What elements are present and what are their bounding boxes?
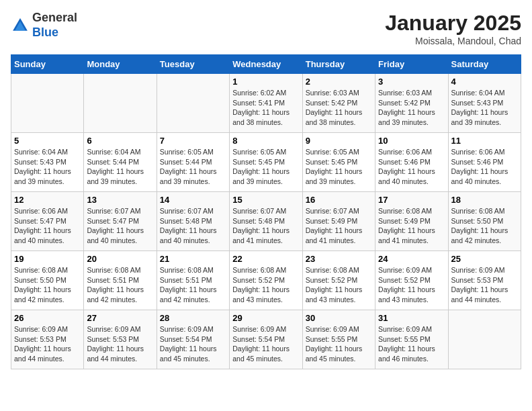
day-info: Sunrise: 6:04 AM Sunset: 5:43 PM Dayligh…: [451, 88, 518, 128]
calendar-cell: 14Sunrise: 6:07 AM Sunset: 5:48 PM Dayli…: [157, 192, 229, 251]
day-info: Sunrise: 6:09 AM Sunset: 5:54 PM Dayligh…: [160, 324, 226, 364]
calendar-cell: 22Sunrise: 6:08 AM Sunset: 5:52 PM Dayli…: [230, 251, 302, 310]
calendar-cell: 26Sunrise: 6:09 AM Sunset: 5:53 PM Dayli…: [11, 310, 84, 369]
calendar-week-row: 19Sunrise: 6:08 AM Sunset: 5:50 PM Dayli…: [11, 251, 521, 310]
calendar-cell: 10Sunrise: 6:06 AM Sunset: 5:46 PM Dayli…: [375, 133, 448, 192]
calendar-week-row: 5Sunrise: 6:04 AM Sunset: 5:43 PM Daylig…: [11, 133, 521, 192]
day-header-tuesday: Tuesday: [157, 55, 229, 74]
calendar-cell: 19Sunrise: 6:08 AM Sunset: 5:50 PM Dayli…: [11, 251, 84, 310]
day-number: 28: [160, 313, 226, 323]
day-info: Sunrise: 6:08 AM Sunset: 5:50 PM Dayligh…: [451, 206, 518, 246]
calendar-cell: 17Sunrise: 6:08 AM Sunset: 5:49 PM Dayli…: [375, 192, 448, 251]
title-block: January 2025 Moissala, Mandoul, Chad: [385, 11, 521, 46]
day-info: Sunrise: 6:06 AM Sunset: 5:47 PM Dayligh…: [14, 206, 81, 246]
calendar-cell: 6Sunrise: 6:04 AM Sunset: 5:44 PM Daylig…: [84, 133, 157, 192]
calendar-cell: 21Sunrise: 6:08 AM Sunset: 5:51 PM Dayli…: [157, 251, 229, 310]
day-number: 5: [14, 136, 81, 146]
calendar-cell: 23Sunrise: 6:08 AM Sunset: 5:52 PM Dayli…: [302, 251, 375, 310]
calendar-cell: 18Sunrise: 6:08 AM Sunset: 5:50 PM Dayli…: [448, 192, 521, 251]
day-number: 10: [378, 136, 445, 146]
day-number: 26: [14, 313, 81, 323]
day-info: Sunrise: 6:03 AM Sunset: 5:42 PM Dayligh…: [378, 88, 445, 128]
calendar-cell: 7Sunrise: 6:05 AM Sunset: 5:44 PM Daylig…: [157, 133, 229, 192]
calendar-cell: 4Sunrise: 6:04 AM Sunset: 5:43 PM Daylig…: [448, 74, 521, 133]
day-header-saturday: Saturday: [448, 55, 521, 74]
calendar-week-row: 12Sunrise: 6:06 AM Sunset: 5:47 PM Dayli…: [11, 192, 521, 251]
day-number: 11: [451, 136, 518, 146]
day-number: 9: [306, 136, 372, 146]
day-info: Sunrise: 6:05 AM Sunset: 5:45 PM Dayligh…: [232, 147, 299, 187]
calendar-cell: 1Sunrise: 6:02 AM Sunset: 5:41 PM Daylig…: [230, 74, 302, 133]
day-number: 20: [87, 254, 153, 264]
calendar-cell: 24Sunrise: 6:09 AM Sunset: 5:52 PM Dayli…: [375, 251, 448, 310]
day-info: Sunrise: 6:09 AM Sunset: 5:53 PM Dayligh…: [14, 324, 81, 364]
day-info: Sunrise: 6:06 AM Sunset: 5:46 PM Dayligh…: [378, 147, 445, 187]
day-info: Sunrise: 6:09 AM Sunset: 5:52 PM Dayligh…: [378, 265, 445, 305]
day-number: 16: [306, 195, 372, 205]
day-info: Sunrise: 6:09 AM Sunset: 5:55 PM Dayligh…: [306, 324, 372, 364]
day-info: Sunrise: 6:05 AM Sunset: 5:45 PM Dayligh…: [306, 147, 372, 187]
logo-icon: [11, 16, 30, 35]
day-info: Sunrise: 6:09 AM Sunset: 5:53 PM Dayligh…: [451, 265, 518, 305]
day-number: 25: [451, 254, 518, 264]
calendar-week-row: 1Sunrise: 6:02 AM Sunset: 5:41 PM Daylig…: [11, 74, 521, 133]
day-info: Sunrise: 6:07 AM Sunset: 5:48 PM Dayligh…: [160, 206, 226, 246]
day-header-monday: Monday: [84, 55, 157, 74]
calendar-cell: 9Sunrise: 6:05 AM Sunset: 5:45 PM Daylig…: [302, 133, 375, 192]
day-info: Sunrise: 6:08 AM Sunset: 5:52 PM Dayligh…: [232, 265, 299, 305]
calendar-header-row: SundayMondayTuesdayWednesdayThursdayFrid…: [11, 55, 521, 74]
day-info: Sunrise: 6:02 AM Sunset: 5:41 PM Dayligh…: [232, 88, 299, 128]
calendar-cell: 27Sunrise: 6:09 AM Sunset: 5:53 PM Dayli…: [84, 310, 157, 369]
day-info: Sunrise: 6:07 AM Sunset: 5:49 PM Dayligh…: [306, 206, 372, 246]
day-number: 23: [306, 254, 372, 264]
logo-general-text: General: [32, 11, 77, 24]
month-title: January 2025: [385, 11, 521, 36]
calendar-cell: 25Sunrise: 6:09 AM Sunset: 5:53 PM Dayli…: [448, 251, 521, 310]
day-number: 13: [87, 195, 153, 205]
day-number: 18: [451, 195, 518, 205]
day-number: 14: [160, 195, 226, 205]
day-info: Sunrise: 6:08 AM Sunset: 5:50 PM Dayligh…: [14, 265, 81, 305]
day-info: Sunrise: 6:04 AM Sunset: 5:44 PM Dayligh…: [87, 147, 153, 187]
logo: General Blue: [11, 11, 77, 40]
day-number: 1: [232, 77, 299, 87]
calendar-cell: 15Sunrise: 6:07 AM Sunset: 5:48 PM Dayli…: [230, 192, 302, 251]
calendar-cell: 11Sunrise: 6:06 AM Sunset: 5:46 PM Dayli…: [448, 133, 521, 192]
calendar-table: SundayMondayTuesdayWednesdayThursdayFrid…: [11, 54, 521, 369]
day-info: Sunrise: 6:05 AM Sunset: 5:44 PM Dayligh…: [160, 147, 226, 187]
day-number: 7: [160, 136, 226, 146]
day-info: Sunrise: 6:03 AM Sunset: 5:42 PM Dayligh…: [306, 88, 372, 128]
calendar-cell: 5Sunrise: 6:04 AM Sunset: 5:43 PM Daylig…: [11, 133, 84, 192]
day-info: Sunrise: 6:08 AM Sunset: 5:51 PM Dayligh…: [87, 265, 153, 305]
day-info: Sunrise: 6:04 AM Sunset: 5:43 PM Dayligh…: [14, 147, 81, 187]
day-number: 15: [232, 195, 299, 205]
day-number: 4: [451, 77, 518, 87]
day-number: 24: [378, 254, 445, 264]
day-number: 31: [378, 313, 445, 323]
day-info: Sunrise: 6:06 AM Sunset: 5:46 PM Dayligh…: [451, 147, 518, 187]
day-number: 8: [232, 136, 299, 146]
day-number: 21: [160, 254, 226, 264]
day-number: 12: [14, 195, 81, 205]
day-number: 22: [232, 254, 299, 264]
day-number: 3: [378, 77, 445, 87]
calendar-cell: 13Sunrise: 6:07 AM Sunset: 5:47 PM Dayli…: [84, 192, 157, 251]
calendar-cell: 30Sunrise: 6:09 AM Sunset: 5:55 PM Dayli…: [302, 310, 375, 369]
day-number: 29: [232, 313, 299, 323]
calendar-cell: 3Sunrise: 6:03 AM Sunset: 5:42 PM Daylig…: [375, 74, 448, 133]
calendar-cell: 2Sunrise: 6:03 AM Sunset: 5:42 PM Daylig…: [302, 74, 375, 133]
day-info: Sunrise: 6:08 AM Sunset: 5:49 PM Dayligh…: [378, 206, 445, 246]
calendar-cell: [157, 74, 229, 133]
day-info: Sunrise: 6:09 AM Sunset: 5:54 PM Dayligh…: [232, 324, 299, 364]
logo-blue-text: Blue: [32, 26, 58, 39]
calendar-cell: 31Sunrise: 6:09 AM Sunset: 5:55 PM Dayli…: [375, 310, 448, 369]
day-number: 30: [306, 313, 372, 323]
day-number: 2: [306, 77, 372, 87]
calendar-cell: 8Sunrise: 6:05 AM Sunset: 5:45 PM Daylig…: [230, 133, 302, 192]
calendar-cell: 28Sunrise: 6:09 AM Sunset: 5:54 PM Dayli…: [157, 310, 229, 369]
day-info: Sunrise: 6:09 AM Sunset: 5:53 PM Dayligh…: [87, 324, 153, 364]
calendar-cell: 29Sunrise: 6:09 AM Sunset: 5:54 PM Dayli…: [230, 310, 302, 369]
calendar-cell: [448, 310, 521, 369]
calendar-cell: 12Sunrise: 6:06 AM Sunset: 5:47 PM Dayli…: [11, 192, 84, 251]
calendar-cell: 20Sunrise: 6:08 AM Sunset: 5:51 PM Dayli…: [84, 251, 157, 310]
